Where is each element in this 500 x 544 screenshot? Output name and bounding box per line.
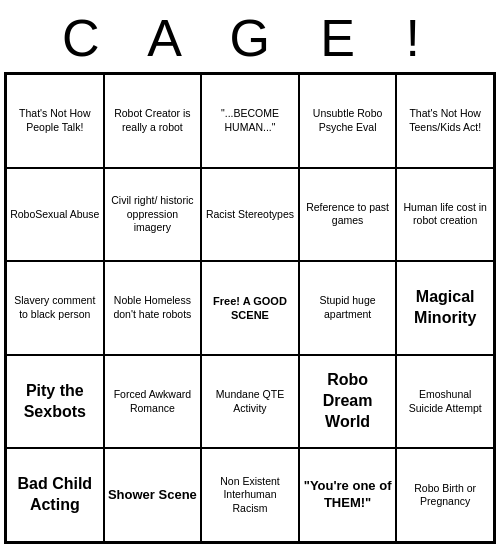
bingo-cell-7: Racist Stereotypes [201,168,299,262]
bingo-cell-8: Reference to past games [299,168,397,262]
bingo-cell-15: Pity the Sexbots [6,355,104,449]
bingo-cell-17: Mundane QTE Activity [201,355,299,449]
bingo-cell-19: Emoshunal Suicide Attempt [396,355,494,449]
bingo-cell-24: Robo Birth or Pregnancy [396,448,494,542]
bingo-cell-1: Robot Creator is really a robot [104,74,202,168]
bingo-title: C A G E ! [0,0,500,72]
bingo-cell-6: Civil right/ historic oppression imagery [104,168,202,262]
bingo-cell-12: Free! A GOOD SCENE [201,261,299,355]
bingo-cell-16: Forced Awkward Romance [104,355,202,449]
bingo-cell-14: Magical Minority [396,261,494,355]
bingo-cell-18: Robo Dream World [299,355,397,449]
bingo-cell-20: Bad Child Acting [6,448,104,542]
bingo-cell-22: Non Existent Interhuman Racism [201,448,299,542]
bingo-cell-11: Noble Homeless don't hate robots [104,261,202,355]
bingo-cell-0: That's Not How People Talk! [6,74,104,168]
bingo-cell-13: Stupid huge apartment [299,261,397,355]
bingo-cell-2: "...BECOME HUMAN..." [201,74,299,168]
bingo-grid: That's Not How People Talk!Robot Creator… [4,72,496,544]
bingo-cell-10: Slavery comment to black person [6,261,104,355]
bingo-cell-4: That's Not How Teens/Kids Act! [396,74,494,168]
bingo-cell-3: Unsubtle Robo Psyche Eval [299,74,397,168]
bingo-cell-9: Human life cost in robot creation [396,168,494,262]
bingo-cell-21: Shower Scene [104,448,202,542]
bingo-cell-23: "You're one of THEM!" [299,448,397,542]
bingo-cell-5: RoboSexual Abuse [6,168,104,262]
